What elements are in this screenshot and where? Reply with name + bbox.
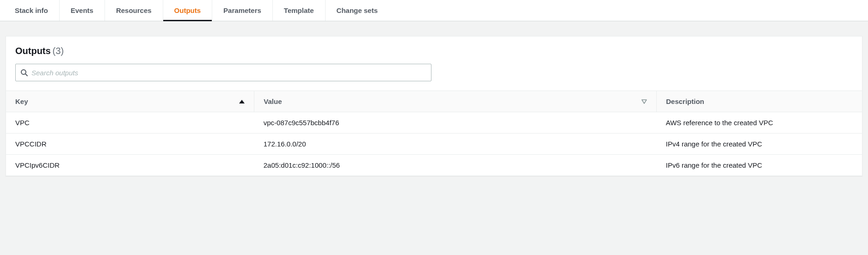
column-header-description-label: Description <box>666 97 704 105</box>
search-icon <box>20 69 28 76</box>
table-row: VPCIpv6CIDR 2a05:d01c:c92:1000::/56 IPv6… <box>6 155 862 176</box>
table-row: VPC vpc-087c9c557bcbb4f76 AWS reference … <box>6 112 862 134</box>
sort-asc-icon <box>239 100 245 103</box>
outputs-table: Key Value Description <box>6 91 862 176</box>
tab-bar: Stack info Events Resources Outputs Para… <box>0 0 868 21</box>
tab-change-sets[interactable]: Change sets <box>326 0 389 21</box>
cell-description: IPv4 range for the created VPC <box>657 134 862 155</box>
search-input[interactable] <box>28 66 426 79</box>
column-header-description[interactable]: Description <box>657 91 862 112</box>
sort-icon <box>641 99 647 104</box>
cell-description: AWS reference to the created VPC <box>657 112 862 134</box>
search-wrap <box>6 64 862 91</box>
cell-value: 2a05:d01c:c92:1000::/56 <box>254 155 657 176</box>
cell-key: VPCCIDR <box>6 134 254 155</box>
svg-line-1 <box>25 74 27 76</box>
tab-parameters[interactable]: Parameters <box>212 0 273 21</box>
panel-count: (3) <box>53 46 64 56</box>
cell-value: vpc-087c9c557bcbb4f76 <box>254 112 657 134</box>
cell-value: 172.16.0.0/20 <box>254 134 657 155</box>
tab-template[interactable]: Template <box>273 0 326 21</box>
cell-key: VPCIpv6CIDR <box>6 155 254 176</box>
cell-key: VPC <box>6 112 254 134</box>
cell-description: IPv6 range for the created VPC <box>657 155 862 176</box>
tab-resources[interactable]: Resources <box>105 0 163 21</box>
column-header-value[interactable]: Value <box>254 91 657 112</box>
panel-title: Outputs <box>15 46 51 56</box>
panel-header: Outputs (3) <box>6 36 862 64</box>
tab-stack-info[interactable]: Stack info <box>4 0 60 21</box>
tab-outputs[interactable]: Outputs <box>163 0 213 21</box>
column-header-key-label: Key <box>15 97 28 105</box>
outputs-panel: Outputs (3) Key <box>6 36 862 176</box>
column-header-key[interactable]: Key <box>6 91 254 112</box>
table-row: VPCCIDR 172.16.0.0/20 IPv4 range for the… <box>6 134 862 155</box>
tab-events[interactable]: Events <box>60 0 105 21</box>
search-box[interactable] <box>15 64 431 81</box>
column-header-value-label: Value <box>264 97 282 105</box>
